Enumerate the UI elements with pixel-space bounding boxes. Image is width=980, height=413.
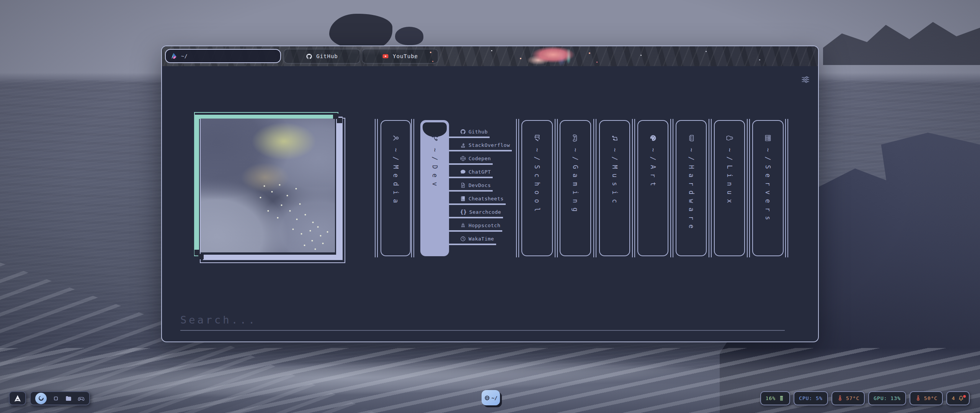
link-chatgpt[interactable]: ChatGPT	[442, 168, 493, 178]
file-icon	[460, 182, 466, 188]
ram-icon	[688, 134, 695, 142]
launcher-button[interactable]	[9, 391, 26, 405]
git-branch-icon	[431, 134, 439, 142]
shelf-divider	[632, 119, 635, 257]
shelf-divider	[555, 119, 558, 257]
stackoverflow-icon	[460, 142, 466, 148]
taskbar-left	[9, 391, 90, 405]
system-stats: 16%CPU: 5%57°CGPU: 13%50°C4	[760, 391, 970, 405]
book-media[interactable]: ~/Media	[381, 120, 411, 256]
server-icon	[764, 134, 772, 142]
artwork-frame-lavender-band	[336, 117, 343, 260]
link-wakatime[interactable]: WakaTime	[442, 235, 496, 245]
banner-speckle	[759, 59, 760, 60]
link-codepen[interactable]: Codepen	[442, 155, 493, 165]
gamepad-icon	[78, 395, 85, 402]
browser-logo-icon	[170, 52, 178, 60]
link-hoppscotch[interactable]: Hoppscotch	[442, 222, 502, 232]
chat-icon	[460, 169, 466, 175]
thermometer-icon	[915, 395, 921, 402]
stat-pill-4[interactable]: 50°C	[910, 391, 943, 405]
spine-content: ~/Linux	[722, 125, 737, 251]
book-hardware[interactable]: ~/Hardware	[676, 120, 707, 256]
spine-content: ~/Servers	[760, 125, 776, 251]
tab-github[interactable]: GitHub	[284, 49, 360, 63]
shelf-divider	[785, 119, 788, 257]
shelf-divider	[747, 119, 750, 257]
tab-label: GitHub	[316, 53, 338, 59]
github-favicon	[306, 53, 312, 60]
link-label: WakaTime	[469, 236, 494, 242]
user-icon	[392, 134, 400, 142]
artwork-frame-teal-band	[195, 115, 199, 253]
rocket-icon	[460, 223, 466, 228]
browser-window: GitHub YouTube ~/MediaGithubStackOverflo…	[161, 46, 819, 342]
book-school[interactable]: ~/School	[521, 120, 553, 256]
shelf-divider	[516, 119, 519, 257]
stat-pill-2[interactable]: 57°C	[831, 391, 865, 405]
dock-item-window[interactable]	[52, 395, 59, 402]
spine-content: ~/Music	[607, 125, 622, 251]
stat-pill-1[interactable]: CPU: 5%	[794, 391, 828, 405]
stat-pill-3[interactable]: GPU: 13%	[868, 391, 906, 405]
link-label: DevDocs	[469, 182, 491, 188]
link-searchcode[interactable]: {}Searchcode	[442, 208, 503, 218]
stat-label: GPU: 13%	[874, 395, 901, 401]
spine-content: ~/Media	[388, 125, 403, 251]
search-input[interactable]	[180, 311, 785, 328]
link-label: Hoppscotch	[469, 223, 500, 228]
spine-content: ~/School	[529, 125, 545, 251]
book-servers[interactable]: ~/Servers	[752, 120, 784, 256]
active-app-label: ~/	[492, 395, 498, 401]
tab-label: YouTube	[393, 53, 418, 59]
frame-handle	[198, 254, 204, 259]
spine-label: ~/Servers	[764, 148, 772, 224]
tab-bar: GitHub YouTube	[162, 46, 818, 66]
stat-label: CPU: 5%	[799, 395, 823, 401]
book-gaming[interactable]: ~/Gaming	[560, 120, 591, 256]
stat-pill-5[interactable]: 4	[946, 391, 970, 405]
dock-item-games[interactable]	[78, 395, 85, 402]
github-icon	[460, 129, 466, 135]
dock-item-files[interactable]	[65, 395, 72, 402]
link-label: Searchcode	[469, 209, 501, 215]
shelf-divider	[670, 119, 673, 257]
book-dev[interactable]: ~/Dev	[420, 120, 449, 256]
globe-icon	[484, 395, 490, 401]
music-icon	[611, 134, 619, 142]
banner-speckle	[640, 55, 642, 56]
active-app-button[interactable]: ~/	[482, 390, 500, 405]
banner-speckle	[415, 58, 415, 59]
link-cheatsheets[interactable]: Cheatsheets	[442, 195, 506, 205]
link-devdocs[interactable]: DevDocs	[442, 182, 493, 192]
spine-label: ~/Dev	[431, 148, 439, 190]
folder-icon	[65, 395, 72, 402]
dock	[30, 391, 90, 405]
url-bar[interactable]	[165, 49, 281, 63]
dock-item-firefox[interactable]	[35, 393, 47, 404]
banner-speckle	[596, 62, 598, 63]
tab-youtube[interactable]: YouTube	[362, 49, 438, 63]
book-music[interactable]: ~/Music	[599, 120, 630, 256]
link-label: Github	[469, 129, 488, 135]
gamepad-icon	[572, 134, 579, 142]
youtube-favicon	[382, 53, 389, 60]
link-github[interactable]: Github	[442, 128, 490, 138]
link-stackoverflow[interactable]: StackOverflow	[442, 141, 512, 151]
book-art[interactable]: ~/Art	[637, 120, 668, 256]
banner-speckle	[589, 52, 590, 54]
link-label: Cheatsheets	[469, 196, 504, 202]
square-icon	[52, 395, 59, 402]
settings-sliders-icon[interactable]	[800, 75, 811, 85]
spine-content: ~/Gaming	[568, 125, 583, 251]
chip-icon	[778, 395, 785, 402]
url-input[interactable]	[181, 53, 276, 59]
book-linux[interactable]: ~/Linux	[714, 120, 745, 256]
shelf-divider	[709, 119, 712, 257]
clock-icon	[460, 236, 466, 242]
stat-pill-0[interactable]: 16%	[760, 391, 790, 405]
banner-speckle	[706, 51, 707, 52]
link-label: ChatGPT	[469, 169, 491, 175]
spine-content: ~/Art	[645, 125, 661, 251]
school-icon	[533, 134, 541, 142]
